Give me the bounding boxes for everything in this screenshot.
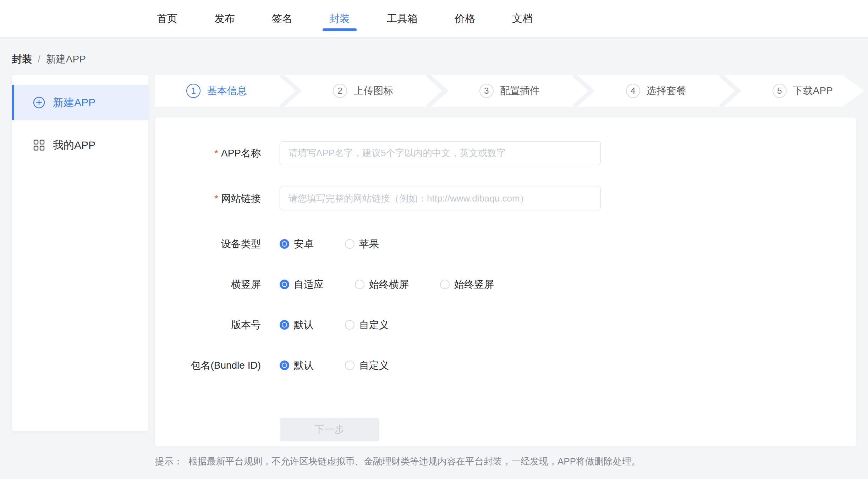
step-separator-icon bbox=[718, 75, 741, 107]
breadcrumb-root[interactable]: 封装 bbox=[12, 53, 32, 66]
nav-item-home[interactable]: 首页 bbox=[157, 0, 177, 38]
field-label: 横竖屏 bbox=[155, 278, 261, 291]
nav-item-toolbox[interactable]: 工具箱 bbox=[387, 0, 418, 38]
field-label: 设备类型 bbox=[155, 237, 261, 251]
form-row-version: 版本号 默认 自定义 bbox=[155, 313, 856, 337]
breadcrumb-separator: / bbox=[38, 54, 40, 65]
top-navigation: 首页 发布 签名 封装 工具箱 价格 文档 bbox=[0, 0, 868, 38]
form-row-bundle-id: 包名(Bundle ID) 默认 自定义 bbox=[155, 353, 856, 377]
radio-selected-icon bbox=[280, 280, 289, 289]
step-number: 2 bbox=[333, 84, 347, 98]
radio-unselected-icon bbox=[345, 239, 355, 249]
app-name-input[interactable] bbox=[280, 141, 601, 165]
radio-auto-orientation[interactable]: 自适应 bbox=[280, 278, 324, 291]
step-configure-plugins: 3 配置插件 bbox=[448, 75, 571, 107]
step-separator-icon bbox=[571, 75, 594, 107]
radio-unselected-icon bbox=[355, 280, 364, 289]
radio-unselected-icon bbox=[440, 280, 450, 289]
tip-prefix: 提示： bbox=[155, 456, 183, 467]
step-separator-icon bbox=[278, 75, 302, 107]
radio-selected-icon bbox=[280, 239, 289, 249]
step-label: 下载APP bbox=[793, 84, 833, 98]
form-row-site-url: *网站链接 bbox=[155, 187, 856, 210]
radio-selected-icon bbox=[280, 320, 289, 330]
sidebar-item-new-app[interactable]: 新建APP bbox=[12, 85, 148, 120]
bundle-id-radio-group: 默认 自定义 bbox=[280, 359, 389, 372]
field-label: 包名(Bundle ID) bbox=[155, 359, 261, 372]
step-choose-plan: 4 选择套餐 bbox=[594, 75, 718, 107]
site-url-input[interactable] bbox=[280, 187, 601, 210]
step-separator-icon bbox=[425, 75, 448, 107]
tip-text: 根据最新平台规则，不允许区块链虚拟币、金融理财类等违规内容在平台封装，一经发现，… bbox=[188, 456, 641, 467]
nav-item-sign[interactable]: 签名 bbox=[272, 0, 292, 38]
radio-landscape[interactable]: 始终横屏 bbox=[355, 278, 409, 291]
form-row-orientation: 横竖屏 自适应 始终横屏 始终竖屏 bbox=[155, 272, 856, 296]
step-download-app: 5 下载APP bbox=[741, 75, 864, 107]
wizard-stepper: 1 基本信息 2 上传图标 3 配置插件 4 选择套餐 5 下载APP bbox=[155, 75, 864, 107]
required-marker: * bbox=[214, 193, 218, 204]
step-number: 5 bbox=[773, 84, 787, 98]
nav-item-publish[interactable]: 发布 bbox=[214, 0, 235, 38]
radio-portrait[interactable]: 始终竖屏 bbox=[440, 278, 494, 291]
step-label: 配置插件 bbox=[500, 84, 540, 98]
nav-item-price[interactable]: 价格 bbox=[455, 0, 475, 38]
sidebar-item-label: 新建APP bbox=[53, 95, 95, 110]
step-label: 选择套餐 bbox=[647, 84, 686, 98]
step-number: 1 bbox=[186, 84, 200, 98]
orientation-radio-group: 自适应 始终横屏 始终竖屏 bbox=[280, 278, 494, 291]
breadcrumb: 封装 / 新建APP bbox=[0, 38, 868, 66]
breadcrumb-current: 新建APP bbox=[46, 53, 86, 66]
field-label: 版本号 bbox=[155, 318, 261, 332]
sidebar: 新建APP 我的APP bbox=[12, 75, 148, 431]
radio-unselected-icon bbox=[345, 360, 355, 370]
grid-icon bbox=[33, 139, 45, 151]
radio-android[interactable]: 安卓 bbox=[280, 237, 314, 251]
step-label: 上传图标 bbox=[353, 84, 393, 98]
plus-circle-icon bbox=[33, 97, 45, 109]
version-radio-group: 默认 自定义 bbox=[280, 318, 389, 332]
radio-bundle-default[interactable]: 默认 bbox=[280, 359, 314, 372]
required-marker: * bbox=[214, 148, 218, 159]
step-label: 基本信息 bbox=[207, 84, 247, 98]
step-basic-info: 1 基本信息 bbox=[155, 75, 278, 107]
radio-version-custom[interactable]: 自定义 bbox=[345, 318, 389, 332]
step-number: 3 bbox=[479, 84, 494, 98]
radio-selected-icon bbox=[280, 360, 289, 370]
radio-bundle-custom[interactable]: 自定义 bbox=[345, 359, 389, 372]
step-number: 4 bbox=[626, 84, 640, 98]
sidebar-item-my-apps[interactable]: 我的APP bbox=[12, 127, 148, 163]
nav-item-docs[interactable]: 文档 bbox=[512, 0, 533, 38]
basic-info-form: *APP名称 *网站链接 设备类型 安卓 苹果 横竖屏 自适应 bbox=[155, 117, 856, 446]
form-row-device-type: 设备类型 安卓 苹果 bbox=[155, 232, 856, 256]
field-label: *APP名称 bbox=[155, 147, 261, 160]
step-upload-icon: 2 上传图标 bbox=[302, 75, 425, 107]
sidebar-item-label: 我的APP bbox=[53, 138, 95, 153]
platform-rule-tip: 提示：根据最新平台规则，不允许区块链虚拟币、金融理财类等违规内容在平台封装，一经… bbox=[155, 455, 641, 468]
nav-item-package[interactable]: 封装 bbox=[329, 0, 350, 38]
form-row-app-name: *APP名称 bbox=[155, 141, 856, 165]
radio-unselected-icon bbox=[345, 320, 355, 330]
radio-ios[interactable]: 苹果 bbox=[345, 237, 379, 251]
device-type-radio-group: 安卓 苹果 bbox=[280, 237, 379, 251]
next-step-button[interactable]: 下一步 bbox=[280, 418, 379, 441]
field-label: *网站链接 bbox=[155, 192, 261, 205]
radio-version-default[interactable]: 默认 bbox=[280, 318, 314, 332]
